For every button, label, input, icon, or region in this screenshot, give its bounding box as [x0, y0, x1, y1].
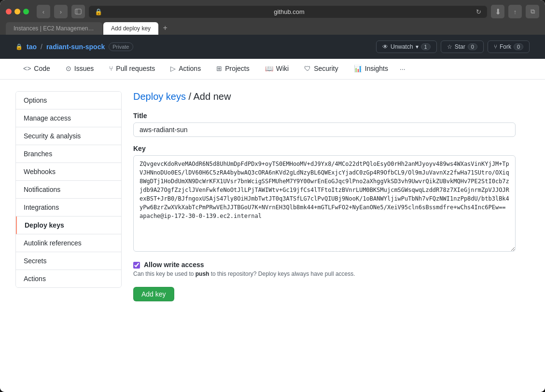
- forward-button[interactable]: ›: [54, 5, 68, 18]
- issues-icon: ⊙: [66, 65, 71, 72]
- browser-chrome: ‹ › 🔒 github.com ↻ ⬇ ↑ ⧉ Instances | EC2…: [0, 0, 545, 35]
- key-label: Key: [133, 145, 516, 152]
- maximize-traffic-light[interactable]: [23, 9, 29, 14]
- nav-insights-label: Insights: [365, 65, 388, 72]
- title-input[interactable]: [133, 122, 516, 137]
- security-icon: 🛡: [304, 65, 311, 72]
- download-button[interactable]: ⬇: [491, 5, 504, 18]
- settings-sidebar: Options Manage access Security & analysi…: [15, 91, 122, 301]
- add-key-button[interactable]: Add key: [133, 287, 174, 301]
- pull-requests-icon: ⑂: [109, 65, 113, 72]
- sidebar-item-actions[interactable]: Actions: [16, 270, 121, 287]
- insights-icon: 📊: [354, 65, 362, 72]
- browser-tabs: Instances | EC2 Management Console Add d…: [6, 22, 539, 35]
- nav-pull-requests[interactable]: ⑂ Pull requests: [101, 59, 163, 79]
- sidebar-item-integrations[interactable]: Integrations: [16, 199, 121, 216]
- sidebar-item-secrets[interactable]: Secrets: [16, 252, 121, 270]
- sidebar-item-options[interactable]: Options: [16, 92, 121, 109]
- share-button[interactable]: ↑: [508, 5, 522, 18]
- minimize-traffic-light[interactable]: [14, 9, 20, 14]
- eye-icon: 👁: [382, 43, 388, 50]
- tab-ec2[interactable]: Instances | EC2 Management Console: [6, 22, 102, 35]
- key-textarea[interactable]: [133, 155, 516, 252]
- split-view-button[interactable]: ⧉: [526, 5, 539, 18]
- nav-more[interactable]: ···: [396, 59, 409, 79]
- key-field-group: Key: [133, 145, 516, 253]
- push-text: push: [196, 270, 210, 277]
- form-content: Deploy keys / Add new Title Key: [133, 91, 516, 301]
- svg-rect-0: [75, 9, 81, 14]
- lock-icon: 🔒: [95, 8, 102, 15]
- fork-count: 0: [514, 43, 523, 50]
- sidebar-menu: Options Manage access Security & analysi…: [15, 91, 122, 288]
- nav-issues[interactable]: ⊙ Issues: [58, 59, 101, 79]
- unwatch-button[interactable]: 👁 Unwatch ▾ 1: [376, 41, 437, 53]
- fork-button[interactable]: ⑂ Fork 0: [488, 41, 530, 53]
- allow-write-desc: Can this key be used to push to this rep…: [133, 270, 355, 277]
- sidebar-item-deploy-keys[interactable]: Deploy keys: [16, 216, 121, 234]
- nav-actions-label: Actions: [179, 65, 201, 72]
- star-button[interactable]: ☆ Star 0: [441, 41, 484, 53]
- sidebar-item-manage-access[interactable]: Manage access: [16, 109, 121, 127]
- header-actions: 👁 Unwatch ▾ 1 ☆ Star 0 ⑂ Fork 0: [376, 41, 530, 53]
- refresh-icon[interactable]: ↻: [476, 8, 481, 15]
- allow-write-label: Allow write access: [144, 261, 204, 269]
- star-count: 0: [468, 43, 477, 50]
- sidebar-item-autolink[interactable]: Autolink references: [16, 234, 121, 252]
- github-content: 🔒 tao / radiant-sun-spock Private 👁 Unwa…: [0, 35, 545, 392]
- repo-info: 🔒 tao / radiant-sun-spock Private: [15, 42, 133, 51]
- unwatch-count: 1: [421, 43, 431, 50]
- nav-security[interactable]: 🛡 Security: [296, 59, 346, 79]
- nav-projects-label: Projects: [225, 65, 250, 72]
- fork-label: Fork: [500, 43, 511, 50]
- sidebar-toggle-button[interactable]: [71, 5, 85, 18]
- allow-write-container: Allow write access: [133, 261, 355, 269]
- new-tab-button[interactable]: +: [159, 22, 171, 34]
- nav-insights[interactable]: 📊 Insights: [346, 59, 396, 79]
- nav-projects[interactable]: ⊞ Projects: [209, 59, 257, 79]
- star-icon: ☆: [447, 43, 452, 50]
- nav-code[interactable]: <> Code: [15, 59, 58, 79]
- star-label: Star: [455, 43, 465, 50]
- actions-icon: ▷: [170, 65, 176, 72]
- projects-icon: ⊞: [216, 65, 222, 72]
- chevron-down-icon: ▾: [416, 43, 419, 50]
- lock-icon: 🔒: [15, 43, 23, 50]
- page-title: Deploy keys / Add new: [133, 91, 516, 102]
- repo-owner-link[interactable]: tao: [27, 43, 37, 51]
- title-separator: /: [189, 91, 194, 102]
- wiki-icon: 📖: [265, 65, 273, 72]
- repo-separator: /: [41, 43, 42, 51]
- code-icon: <>: [23, 65, 31, 72]
- nav-pr-label: Pull requests: [116, 65, 155, 72]
- nav-issues-label: Issues: [74, 65, 94, 72]
- nav-wiki-label: Wiki: [276, 65, 289, 72]
- nav-actions[interactable]: ▷ Actions: [163, 59, 209, 79]
- visibility-badge: Private: [109, 42, 133, 51]
- nav-code-label: Code: [34, 65, 50, 72]
- nav-security-label: Security: [314, 65, 338, 72]
- address-bar[interactable]: 🔒 github.com ↻: [89, 6, 487, 18]
- page-subtitle: Add new: [194, 91, 231, 102]
- repo-name-link[interactable]: radiant-sun-spock: [46, 43, 105, 51]
- sidebar-item-branches[interactable]: Branches: [16, 145, 121, 163]
- nav-wiki[interactable]: 📖 Wiki: [257, 59, 296, 79]
- title-field-group: Title: [133, 112, 516, 137]
- unwatch-label: Unwatch: [391, 43, 413, 50]
- fork-icon: ⑂: [494, 43, 497, 50]
- back-button[interactable]: ‹: [37, 5, 50, 18]
- tab-deploy-key[interactable]: Add deploy key: [103, 22, 158, 35]
- title-label: Title: [133, 112, 516, 120]
- sidebar-item-webhooks[interactable]: Webhooks: [16, 163, 121, 181]
- breadcrumb-link[interactable]: Deploy keys: [133, 91, 186, 102]
- allow-write-checkbox[interactable]: [133, 262, 140, 269]
- repo-nav: <> Code ⊙ Issues ⑂ Pull requests ▷ Actio…: [0, 59, 545, 80]
- traffic-lights: [6, 9, 29, 14]
- repo-header: 🔒 tao / radiant-sun-spock Private 👁 Unwa…: [0, 35, 545, 59]
- main-content: Options Manage access Security & analysi…: [0, 80, 531, 313]
- allow-write-group: Allow write access Can this key be used …: [133, 261, 516, 277]
- sidebar-item-security-analysis[interactable]: Security & analysis: [16, 127, 121, 145]
- address-text: github.com: [105, 8, 473, 15]
- sidebar-item-notifications[interactable]: Notifications: [16, 181, 121, 199]
- close-traffic-light[interactable]: [6, 9, 12, 14]
